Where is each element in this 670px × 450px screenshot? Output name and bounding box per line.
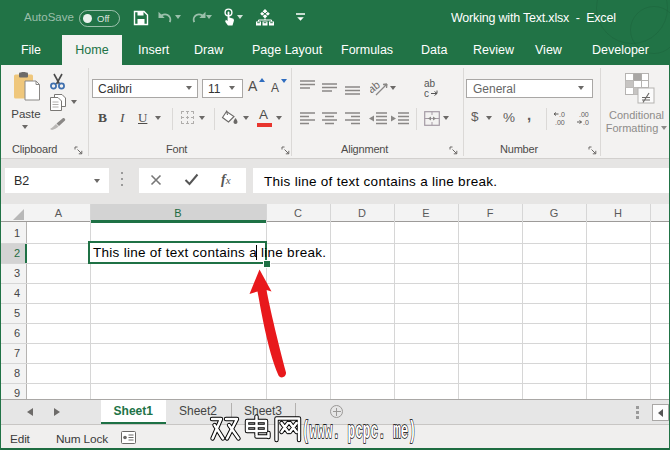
svg-text:c: c xyxy=(424,88,429,98)
svg-text:ab: ab xyxy=(370,78,382,95)
svg-text:.00: .00 xyxy=(579,111,589,118)
svg-text:.0: .0 xyxy=(559,111,565,118)
svg-text:(www. pcpc. me): (www. pcpc. me) xyxy=(302,418,416,445)
svg-text:.00: .00 xyxy=(555,119,565,126)
svg-text:.0: .0 xyxy=(583,119,589,126)
